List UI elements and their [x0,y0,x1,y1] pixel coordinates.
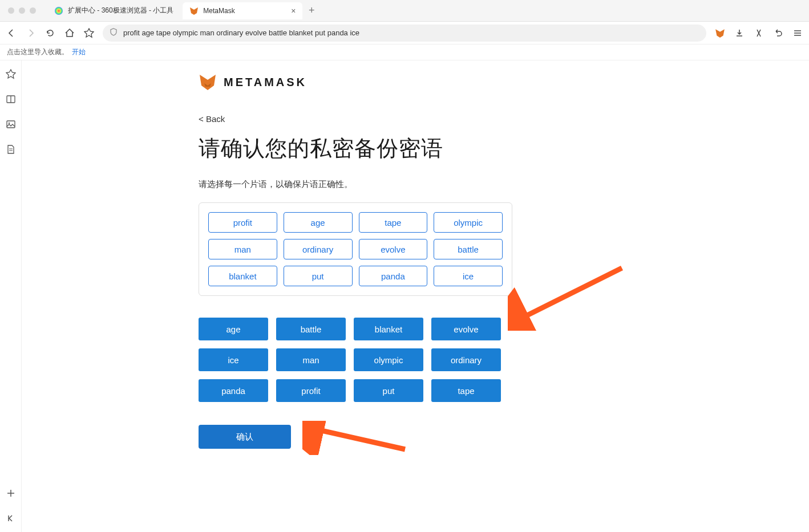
choice-word-age[interactable]: age [199,318,268,340]
choice-word-panda[interactable]: panda [199,379,268,402]
choice-word-man[interactable]: man [276,348,346,371]
start-link[interactable]: 开始 [72,47,86,57]
rainbow-favicon-icon [54,6,63,15]
left-sidebar [0,60,22,532]
fox-favicon-icon [189,6,199,15]
svg-rect-5 [7,121,15,128]
page-content: METAMASK < Back 请确认您的私密备份密语 请选择每一个片语，以确保… [22,60,809,532]
svg-marker-1 [190,7,198,15]
close-icon[interactable]: × [291,6,296,15]
home-button[interactable] [64,27,75,39]
collapse-icon[interactable] [5,513,17,524]
forward-button[interactable] [25,27,37,39]
star-icon[interactable] [5,68,17,80]
back-link[interactable]: < Back [199,114,518,124]
address-bar[interactable]: profit age tape olympic man ordinary evo… [103,25,706,42]
choice-word-battle[interactable]: battle [276,318,346,340]
choice-word-profit[interactable]: profit [276,379,346,402]
favorite-button[interactable] [83,27,95,39]
svg-marker-7 [200,75,216,90]
reload-button[interactable] [45,27,56,39]
image-icon[interactable] [5,119,17,130]
new-tab-button[interactable]: + [305,4,318,18]
choice-grid: agebattleblanketevolveicemanolympicordin… [199,318,501,402]
book-icon[interactable] [5,94,17,105]
svg-point-6 [8,123,9,124]
choice-word-blanket[interactable]: blanket [354,318,423,340]
choice-word-evolve[interactable]: evolve [431,318,501,340]
import-hint: 点击这里导入收藏。 [7,47,68,57]
menu-button[interactable] [792,27,803,39]
tab-label: 扩展中心 - 360极速浏览器 - 小工具 [68,6,173,15]
document-icon[interactable] [5,144,17,155]
svg-point-0 [55,7,63,15]
choice-word-ice[interactable]: ice [199,348,268,371]
fox-logo-icon [199,73,217,91]
choice-word-olympic[interactable]: olympic [354,348,423,371]
confirm-button[interactable]: 确认 [199,425,291,449]
download-button[interactable] [734,27,745,39]
tab-extension-center[interactable]: 扩展中心 - 360极速浏览器 - 小工具 [47,2,180,19]
selected-word-battle[interactable]: battle [434,239,503,259]
choice-word-ordinary[interactable]: ordinary [431,348,501,371]
choice-word-tape[interactable]: tape [431,379,501,402]
svg-marker-2 [715,29,725,38]
brand-text: METAMASK [224,76,307,89]
maximize-dot[interactable] [30,7,36,14]
minimize-dot[interactable] [19,7,25,14]
bookmarks-bar: 点击这里导入收藏。 开始 [0,44,809,60]
metamask-brand: METAMASK [199,73,518,91]
choice-word-put[interactable]: put [354,379,423,402]
tab-strip: 扩展中心 - 360极速浏览器 - 小工具 MetaMask × + [47,0,318,21]
selected-word-profit[interactable]: profit [208,212,277,233]
back-button[interactable] [6,27,17,39]
address-text: profit age tape olympic man ordinary evo… [123,29,359,37]
window-traffic-lights [8,7,36,14]
undo-button[interactable] [772,27,784,39]
selected-word-man[interactable]: man [208,239,277,259]
selected-word-tape[interactable]: tape [359,212,428,233]
plus-icon: + [309,5,315,17]
selected-word-evolve[interactable]: evolve [359,239,428,259]
selected-word-put[interactable]: put [284,266,353,286]
selected-seed-box: profitagetapeolympicmanordinaryevolvebat… [199,202,512,296]
selected-word-age[interactable]: age [284,212,353,233]
selected-word-panda[interactable]: panda [359,266,428,286]
tab-metamask[interactable]: MetaMask × [183,2,302,19]
selected-word-blanket[interactable]: blanket [208,266,277,286]
selected-word-ice[interactable]: ice [434,266,503,286]
selected-word-ordinary[interactable]: ordinary [284,239,353,259]
window-titlebar: 扩展中心 - 360极速浏览器 - 小工具 MetaMask × + [0,0,809,22]
page-subtitle: 请选择每一个片语，以确保片语正确性。 [199,179,518,190]
close-dot[interactable] [8,7,14,14]
selected-word-olympic[interactable]: olympic [434,212,503,233]
screenshot-button[interactable] [753,27,764,39]
shield-icon [110,28,118,38]
page-title: 请确认您的私密备份密语 [199,134,518,163]
browser-toolbar: profit age tape olympic man ordinary evo… [0,22,809,44]
metamask-extension-icon[interactable] [714,27,726,39]
add-icon[interactable] [5,488,17,499]
tab-label: MetaMask [203,7,234,15]
